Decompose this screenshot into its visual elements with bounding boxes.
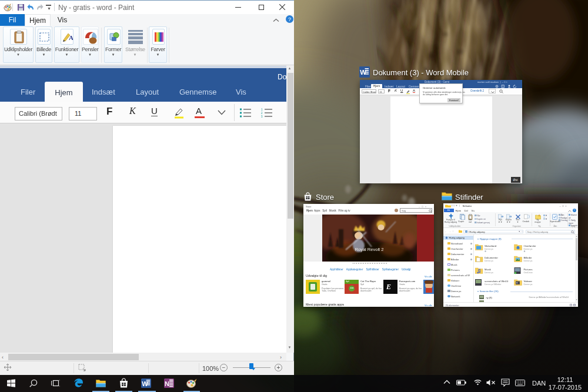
svg-text:?: ? [288, 16, 291, 22]
svg-text:Dokumenter: Dokumenter [485, 256, 498, 259]
svg-text:Denne pc: Denne pc [485, 272, 494, 274]
svg-text:3: 3 [261, 115, 263, 118]
svg-text:Royal Revolt 2: Royal Revolt 2 [355, 247, 384, 252]
svg-text:Denne pc: Denne pc [523, 283, 533, 286]
svg-text:2: 2 [261, 112, 263, 115]
svg-text:Overførsler: Overførsler [523, 244, 536, 247]
svg-text:Pictures: Pictures [523, 268, 532, 271]
svg-text:Skrivebord: Skrivebord [485, 244, 497, 247]
svg-text:OneDrive: OneDrive [523, 272, 532, 274]
svg-text:Denne pc: Denne pc [523, 260, 533, 262]
svg-text:Denne pc: Denne pc [485, 248, 494, 250]
svg-text:Denne pc: Denne pc [523, 248, 533, 250]
svg-text:A: A [69, 34, 73, 41]
svg-text:Videoer: Videoer [523, 280, 532, 283]
svg-text:Denne pc\Billeder: Denne pc\Billeder [485, 283, 502, 286]
svg-text:Billeder: Billeder [523, 256, 532, 259]
svg-text:Musik: Musik [485, 268, 492, 271]
svg-text:1: 1 [261, 108, 263, 111]
svg-text:W: W [142, 380, 148, 387]
svg-text:W: W [360, 69, 366, 76]
svg-text:screenshots af Win10: screenshots af Win10 [485, 280, 509, 283]
svg-text:N: N [165, 380, 169, 387]
svg-text:Denne pc: Denne pc [485, 260, 494, 262]
